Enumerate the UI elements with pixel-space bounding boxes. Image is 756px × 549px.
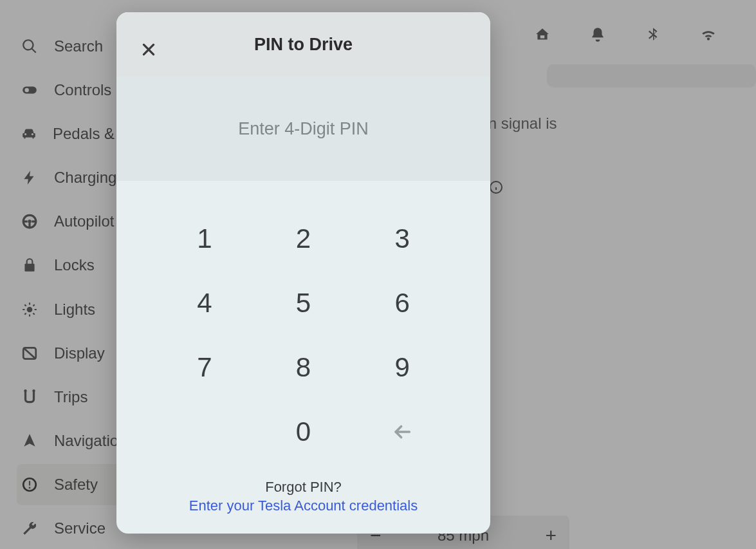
forgot-pin-label: Forgot PIN? <box>116 478 490 497</box>
keypad-backspace[interactable] <box>353 400 452 464</box>
pin-placeholder: Enter 4-Digit PIN <box>238 119 369 139</box>
modal-title: PIN to Drive <box>254 35 353 55</box>
keypad-8[interactable]: 8 <box>254 335 353 400</box>
modal-header: PIN to Drive <box>116 12 490 77</box>
keypad-1[interactable]: 1 <box>155 207 254 271</box>
keypad-9[interactable]: 9 <box>353 335 452 400</box>
close-button[interactable] <box>137 38 160 61</box>
tesla-account-link[interactable]: Enter your Tesla Account credentials <box>116 496 490 516</box>
keypad-3[interactable]: 3 <box>353 207 452 271</box>
keypad-5[interactable]: 5 <box>254 271 353 335</box>
keypad: 1 2 3 4 5 6 7 8 9 0 <box>116 181 490 464</box>
keypad-2[interactable]: 2 <box>254 207 353 271</box>
keypad-4[interactable]: 4 <box>155 271 254 335</box>
pin-entry-display: Enter 4-Digit PIN <box>116 77 490 181</box>
keypad-7[interactable]: 7 <box>155 335 254 400</box>
modal-footer: Forgot PIN? Enter your Tesla Account cre… <box>116 478 490 516</box>
keypad-0[interactable]: 0 <box>254 400 353 464</box>
pin-to-drive-modal: PIN to Drive Enter 4-Digit PIN 1 2 3 4 5… <box>116 12 490 534</box>
keypad-6[interactable]: 6 <box>353 271 452 335</box>
keypad-empty <box>155 400 254 464</box>
